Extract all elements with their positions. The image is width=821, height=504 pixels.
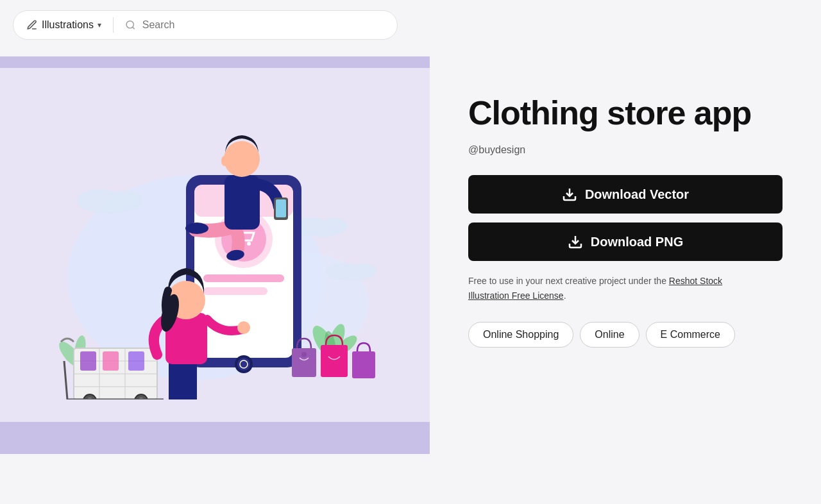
illustration-title: Clothing store app (468, 95, 783, 131)
illustration-svg-container (0, 56, 430, 454)
illustration-svg (35, 85, 394, 399)
pencil-icon (26, 19, 38, 31)
svg-line-1 (133, 27, 135, 29)
svg-point-12 (351, 264, 377, 279)
svg-point-56 (237, 321, 250, 334)
download-png-icon (568, 234, 583, 249)
svg-rect-37 (80, 351, 96, 371)
svg-point-25 (247, 242, 251, 246)
download-vector-label: Download Vector (585, 187, 689, 202)
main-content: Clothing store app @buydesign Download V… (0, 56, 821, 454)
download-png-button[interactable]: Download PNG (468, 223, 783, 261)
author-link[interactable]: @buydesign (468, 144, 783, 156)
license-text: Free to use in your next creative projec… (468, 274, 750, 303)
svg-rect-63 (276, 199, 286, 217)
search-divider (113, 17, 114, 33)
svg-point-6 (107, 190, 143, 211)
svg-rect-38 (103, 351, 119, 371)
svg-point-29 (237, 358, 250, 371)
illustration-bottom-bar (0, 422, 430, 454)
tags-container: Online Shopping Online E Commerce (468, 322, 783, 348)
info-panel: Clothing store app @buydesign Download V… (430, 56, 821, 454)
tag-ecommerce[interactable]: E Commerce (646, 322, 735, 348)
download-png-label: Download PNG (591, 235, 683, 249)
svg-point-59 (185, 223, 208, 234)
svg-point-65 (221, 156, 228, 166)
svg-point-47 (301, 352, 307, 357)
download-vector-button[interactable]: Download Vector (468, 175, 783, 214)
tag-online[interactable]: Online (580, 322, 639, 348)
svg-point-0 (126, 21, 133, 28)
svg-point-64 (224, 141, 260, 177)
download-vector-icon (562, 187, 577, 202)
svg-rect-48 (321, 345, 348, 377)
illustration-top-bar (0, 56, 430, 68)
search-input[interactable] (142, 19, 384, 31)
search-icon (125, 19, 136, 31)
search-bar: Illustrations ▾ (13, 10, 398, 40)
header: Illustrations ▾ (0, 0, 821, 50)
search-input-area (125, 19, 384, 31)
svg-rect-49 (352, 351, 375, 378)
svg-rect-27 (203, 287, 267, 295)
svg-rect-26 (203, 274, 284, 282)
svg-rect-39 (128, 351, 144, 371)
illustration-panel (0, 56, 430, 454)
svg-line-45 (64, 361, 67, 399)
illustrations-label: Illustrations (42, 19, 94, 31)
svg-point-9 (319, 218, 348, 235)
chevron-down-icon: ▾ (97, 21, 101, 29)
tag-online-shopping[interactable]: Online Shopping (468, 322, 573, 348)
illustrations-dropdown[interactable]: Illustrations ▾ (26, 19, 101, 31)
